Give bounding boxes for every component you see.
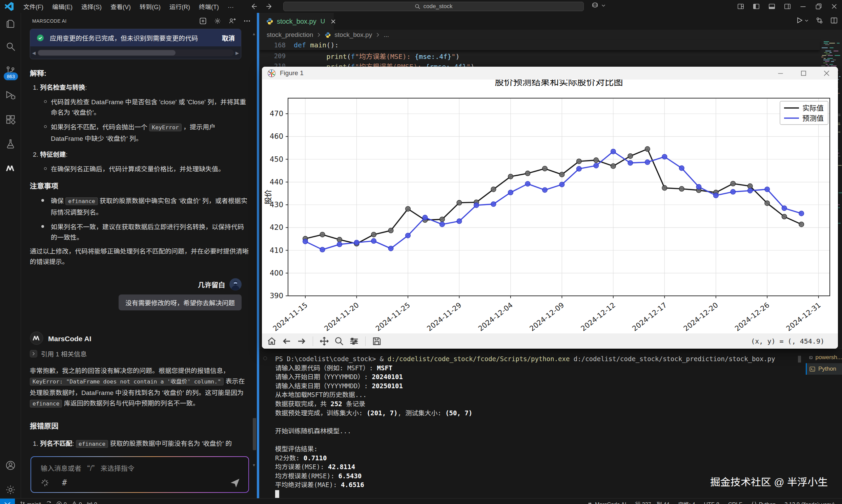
breadcrumb-item-1[interactable]: stock_box.py xyxy=(334,31,372,39)
nav-forward-icon[interactable] xyxy=(266,3,273,10)
command-center-search[interactable]: code_stock xyxy=(283,2,584,11)
breadcrumb-item-0[interactable]: stock_prediction xyxy=(267,31,313,39)
customize-layout-icon[interactable] xyxy=(733,0,749,13)
figure-titlebar[interactable]: Figure 1 xyxy=(262,67,838,79)
tab-close-icon[interactable] xyxy=(330,19,336,24)
remote-indicator[interactable] xyxy=(0,499,15,504)
statusbar-right-item-3[interactable]: UTF-8 xyxy=(704,500,719,504)
statusbar-right-item-6[interactable]: 3.12.0 ('fcode': venv) xyxy=(785,500,835,504)
chevron-right-icon xyxy=(375,33,380,37)
figure-window-title: Figure 1 xyxy=(280,69,304,77)
breadcrumbs[interactable]: stock_predictionstock_box.py... xyxy=(259,30,842,40)
svg-text:450: 450 xyxy=(270,155,283,163)
svg-text:2024-12-04: 2024-12-04 xyxy=(477,301,514,333)
terminal-panel: PS D:\codelist\code_stock> & d:/codelist… xyxy=(259,349,842,498)
statusbar-right-item-5[interactable]: Python xyxy=(751,500,776,504)
source-control-icon[interactable]: 863 xyxy=(0,60,21,81)
menu-item-3[interactable]: 查看(V) xyxy=(106,0,135,13)
notification-scrollbar[interactable] xyxy=(37,50,234,56)
more-actions-icon[interactable] xyxy=(243,17,251,25)
toggle-panel-icon[interactable] xyxy=(764,0,780,13)
new-chat-icon[interactable] xyxy=(199,17,207,25)
terminal-scrollbar-thumb[interactable] xyxy=(798,356,801,362)
open-changes-icon[interactable] xyxy=(815,17,823,24)
terminal-tab-powershell[interactable]: powersh... xyxy=(806,352,842,363)
breadcrumb-item-2[interactable]: ... xyxy=(383,31,389,39)
forward-icon[interactable] xyxy=(296,336,307,346)
statusbar-right-item-4[interactable]: CRLF xyxy=(728,500,742,504)
back-icon[interactable] xyxy=(281,336,292,346)
chat-settings-gear-icon[interactable] xyxy=(214,17,221,25)
sidebar-resize-sash[interactable] xyxy=(257,13,259,498)
zoom-icon[interactable] xyxy=(334,336,344,346)
copilot-menu[interactable] xyxy=(591,1,606,10)
assistant-avatar xyxy=(30,331,44,345)
skills-spark-icon[interactable] xyxy=(41,479,49,487)
statusbar-right-item-2[interactable]: 空格: 4 xyxy=(678,500,695,504)
split-editor-icon[interactable] xyxy=(830,17,838,24)
run-debug-icon[interactable] xyxy=(0,85,21,106)
statusbar-right-item-1[interactable]: 行 227，列 44 xyxy=(635,500,669,504)
subplots-icon[interactable] xyxy=(349,336,359,346)
search-sidebar-icon[interactable] xyxy=(0,36,21,57)
run-python-file-button[interactable] xyxy=(795,16,809,24)
statusbar-branch-0[interactable]: main* xyxy=(20,500,41,504)
scroll-up-icon[interactable]: ▲ xyxy=(252,32,256,36)
menu-item-4[interactable]: 转到(G) xyxy=(135,0,165,13)
statusbar-error-2[interactable]: 0 xyxy=(56,500,67,504)
settings-gear-icon[interactable] xyxy=(0,479,21,500)
vscode-logo-icon xyxy=(5,2,14,11)
marscode-icon[interactable] xyxy=(0,158,21,179)
statusbar-sync-1[interactable] xyxy=(46,501,52,504)
notification-cancel-button[interactable]: 取消 xyxy=(222,33,235,42)
sidebar-title: MARSCODE AI xyxy=(32,18,67,24)
account-icon[interactable] xyxy=(0,455,21,476)
restore-icon[interactable] xyxy=(811,0,826,13)
scroll-down-icon[interactable]: ▼ xyxy=(252,463,256,467)
toggle-secondary-sidebar-icon[interactable] xyxy=(780,0,795,13)
pan-icon[interactable] xyxy=(319,336,329,346)
figure-canvas[interactable]: 3904004104204304404504604702024-11-15202… xyxy=(262,79,838,334)
menu-item-5[interactable]: 运行(R) xyxy=(165,0,194,13)
sidebar-scrollbar-thumb[interactable] xyxy=(253,418,256,450)
terminal-tab-python[interactable]: Python xyxy=(806,363,842,375)
citation-row[interactable]: 引用 1 相关信息 xyxy=(21,348,257,359)
share-profile-icon[interactable] xyxy=(228,17,236,25)
figure-close-icon[interactable] xyxy=(815,67,838,79)
terminal-command-decoration[interactable] xyxy=(263,356,267,360)
explorer-icon[interactable] xyxy=(0,13,21,34)
matplotlib-figure-window: Figure 1 3904004104204304404504604702024… xyxy=(262,67,838,349)
terminal-output[interactable]: PS D:\codelist\code_stock> & d:/codelist… xyxy=(275,354,775,489)
figure-toolbar: (x, y) = (, 454.9) xyxy=(262,334,838,349)
close-window-icon[interactable] xyxy=(826,0,842,13)
statusbar-broadcast-4[interactable]: 0 xyxy=(87,500,97,504)
tab-stock-box-py[interactable]: stock_box.py U xyxy=(259,13,334,30)
figure-maximize-icon[interactable] xyxy=(792,67,815,79)
chat-conversation: 解释: 1. 列名检查与转换: 代码首先检查 DataFrame 中是否包含 '… xyxy=(21,60,257,456)
statusbar-right-item-0[interactable]: MarsCode AI xyxy=(587,500,626,504)
menu-item-0[interactable]: 文件(F) xyxy=(19,0,48,13)
sticky-scroll-line[interactable]: 168def main(): xyxy=(259,40,820,50)
toggle-sidebar-icon[interactable] xyxy=(749,0,764,13)
notification-card: 应用变更的任务已完成，但未识别到需要变更的代码 取消 ◀ ▶ xyxy=(30,29,241,59)
menu-item-6[interactable]: 终端(T) xyxy=(194,0,223,13)
menu-item-2[interactable]: 选择(S) xyxy=(77,0,106,13)
extensions-icon[interactable] xyxy=(0,109,21,130)
save-icon[interactable] xyxy=(372,336,382,346)
scroll-right-icon[interactable]: ▶ xyxy=(236,50,239,55)
send-icon[interactable] xyxy=(230,478,240,488)
home-icon[interactable] xyxy=(267,336,277,346)
minimize-icon[interactable] xyxy=(795,0,811,13)
scroll-left-icon[interactable]: ◀ xyxy=(32,50,36,55)
nav-back-icon[interactable] xyxy=(251,3,257,10)
chevron-right-icon xyxy=(30,350,37,357)
context-hash-button[interactable]: # xyxy=(62,478,67,487)
menu-item-7[interactable]: ··· xyxy=(223,0,238,13)
menu-item-1[interactable]: 编辑(E) xyxy=(48,0,77,13)
statusbar-warning-3[interactable]: 0 xyxy=(71,500,82,504)
chat-input[interactable]: 输入消息或者 “/” 来选择指令 # xyxy=(31,457,248,492)
testing-icon[interactable] xyxy=(0,133,21,154)
tab-git-status: U xyxy=(321,18,325,25)
figure-minimize-icon[interactable] xyxy=(769,67,792,79)
code-text: print(f"均方误差(MSE): {mse:.4f}") xyxy=(294,51,460,61)
